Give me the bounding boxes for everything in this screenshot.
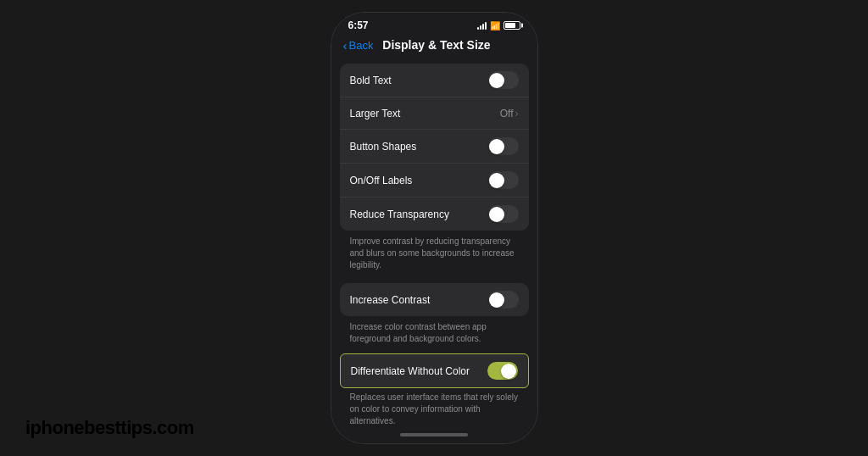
button-shapes-toggle[interactable] [488,137,519,155]
on-off-labels-label: On/Off Labels [350,175,488,186]
button-shapes-toggle-knob [489,139,504,154]
increase-contrast-desc: Increase color contrast between app fore… [340,318,529,350]
on-off-labels-toggle[interactable] [488,171,519,189]
back-button[interactable]: ‹ Back [343,39,374,52]
back-chevron-icon: ‹ [343,39,348,52]
reduce-transparency-toggle-knob [489,207,504,222]
button-shapes-label: Button Shapes [350,141,488,153]
differentiate-without-color-toggle[interactable] [487,362,518,380]
home-bar [400,433,468,437]
larger-text-label: Larger Text [350,108,500,120]
reduce-transparency-label: Reduce Transparency [350,209,488,220]
increase-contrast-label: Increase Contrast [350,294,488,306]
differentiate-without-color-label: Differentiate Without Color [351,365,487,377]
differentiate-without-color-toggle-knob [501,364,516,379]
on-off-labels-toggle-knob [489,173,504,188]
reduce-transparency-toggle[interactable] [488,205,519,223]
status-icons: 📶 [477,21,520,31]
button-shapes-row[interactable]: Button Shapes [340,130,529,164]
back-label: Back [349,39,374,52]
bold-text-label: Bold Text [350,75,488,86]
battery-icon [504,21,520,30]
settings-group-2: Increase Contrast [340,283,529,316]
reduce-transparency-row[interactable]: Reduce Transparency [340,197,529,231]
watermark: iphonebesttips.com [25,417,194,439]
larger-text-row[interactable]: Larger Text Off › [340,97,529,130]
increase-contrast-toggle-knob [489,292,504,308]
page-title: Display & Text Size [373,38,499,52]
bold-text-toggle-knob [489,73,504,88]
settings-content: Bold Text Larger Text Off › Button Shape… [331,57,537,426]
differentiate-without-color-row[interactable]: Differentiate Without Color [340,353,529,388]
larger-text-chevron-icon: › [515,108,519,120]
bold-text-row[interactable]: Bold Text [340,64,529,97]
wifi-icon: 📶 [490,21,500,31]
increase-contrast-toggle[interactable] [488,291,519,309]
bold-text-toggle[interactable] [488,71,519,89]
nav-bar: ‹ Back Display & Text Size [331,35,537,57]
status-bar: 6:57 📶 [331,13,537,35]
larger-text-value: Off › [500,108,519,120]
phone-container: 6:57 📶 ‹ Back Display & Text Size [331,12,538,444]
reduce-transparency-desc: Improve contrast by reducing transparenc… [340,232,529,276]
settings-group-1: Bold Text Larger Text Off › Button Shape… [340,64,529,231]
differentiate-without-color-desc: Replaces user interface items that rely … [340,388,529,426]
status-time: 6:57 [348,19,369,31]
increase-contrast-row[interactable]: Increase Contrast [340,283,529,316]
home-indicator [331,426,537,443]
signal-icon [477,21,487,30]
on-off-labels-row[interactable]: On/Off Labels [340,164,529,197]
